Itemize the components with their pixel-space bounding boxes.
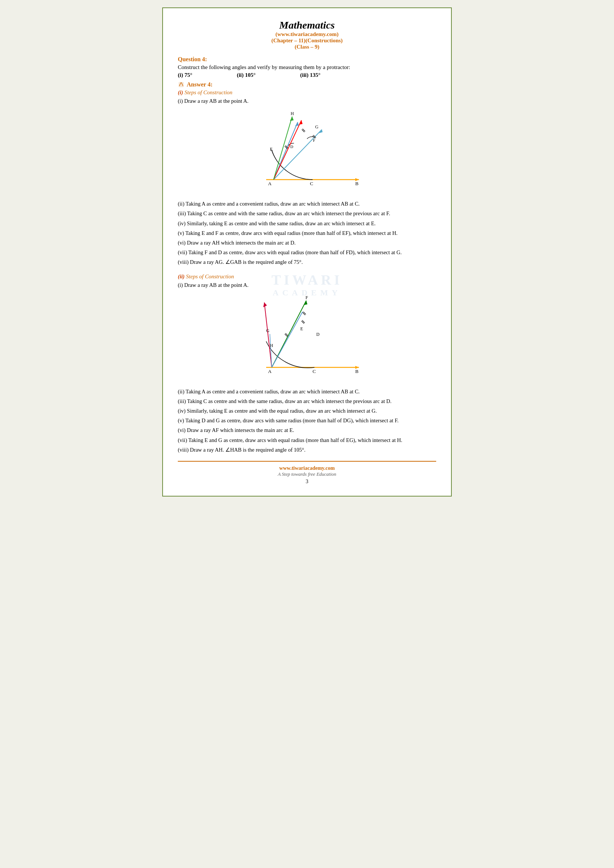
header-sub3: (Class – 9): [178, 44, 436, 50]
header-sub1: (www.tiwariacademy.com): [178, 31, 436, 37]
question-section: Question 4: Construct the following angl…: [178, 56, 436, 78]
svg-text:E: E: [270, 147, 273, 152]
step-ii-5: (v) Taking D and G as centre, draw arcs …: [178, 416, 436, 425]
angle-ii: (ii) 105°: [237, 72, 256, 78]
step-i-1: (i) Draw a ray AB at the point A.: [178, 97, 436, 105]
step-ii-1: (i) Draw a ray AB at the point A.: [178, 281, 436, 290]
svg-line-19: [302, 130, 304, 132]
diagram-2: A C B F G: [178, 293, 436, 382]
part-i-label: (i) Steps of Construction: [178, 90, 436, 96]
question-text: Construct the following angles and verif…: [178, 64, 436, 71]
svg-line-20: [302, 129, 305, 131]
svg-text:A: A: [268, 181, 272, 186]
svg-text:G: G: [266, 328, 270, 333]
step-ii-2: (ii) Taking A as centre and a convenient…: [178, 388, 436, 396]
svg-line-8: [274, 122, 298, 180]
diagram-1-svg: A C B F D: [244, 109, 370, 194]
svg-text:D: D: [290, 144, 293, 149]
svg-text:H: H: [270, 343, 273, 348]
svg-text:G: G: [315, 124, 318, 130]
step-ii-3: (iii) Taking C as centre and with the sa…: [178, 397, 436, 406]
svg-text:D: D: [316, 332, 319, 337]
step-ii-4: (iv) Similarly, taking E as centre and w…: [178, 407, 436, 415]
svg-text:A: A: [268, 369, 272, 374]
step-ii-6: (vi) Draw a ray AF which intersects the …: [178, 426, 436, 434]
svg-marker-9: [295, 122, 299, 126]
svg-line-12: [274, 120, 301, 180]
part-ii-label: (ii) Steps of Construction: [178, 273, 436, 280]
svg-line-45: [301, 321, 304, 324]
svg-line-33: [264, 302, 272, 367]
answer-label: Answer 4:: [178, 81, 436, 88]
svg-marker-11: [319, 130, 323, 133]
answer-section: Answer 4: (i) Steps of Construction (i) …: [178, 81, 436, 454]
svg-text:B: B: [355, 181, 358, 186]
svg-marker-13: [299, 120, 302, 125]
part-i-section: (i) Steps of Construction (i) Draw a ray…: [178, 90, 436, 267]
step-i-7: (vii) Taking F and D as centre, draw arc…: [178, 248, 436, 257]
step-i-2: (ii) Taking A as centre and a convenient…: [178, 200, 436, 208]
page-title: Mathematics: [178, 19, 436, 31]
diagram-2-svg: A C B F G: [244, 293, 370, 382]
pencil-icon: [178, 81, 185, 88]
svg-line-44: [303, 312, 306, 314]
diagram-1: A C B F D: [178, 109, 436, 194]
header: Mathematics (www.tiwariacademy.com) (Cha…: [178, 19, 436, 50]
svg-line-41: [285, 334, 287, 336]
part-ii-section: (ii) Steps of Construction (i) Draw a ra…: [178, 273, 436, 454]
angle-row: (i) 75° (ii) 105° (iii) 135°: [178, 72, 436, 78]
step-ii-7: (vii) Taking E and G as centre, draw arc…: [178, 436, 436, 445]
footer-url: www.tiwariacademy.com: [178, 465, 436, 471]
svg-text:B: B: [355, 369, 358, 374]
step-i-4: (iv) Similarly, taking E as centre and w…: [178, 219, 436, 228]
step-ii-8: (viii) Draw a ray AH. ∠HAB is the requir…: [178, 446, 436, 454]
footer-tagline: A Step towards free Education: [178, 471, 436, 477]
svg-text:C: C: [310, 181, 313, 186]
step-i-6: (vi) Draw a ray AH which intersects the …: [178, 239, 436, 247]
svg-text:E: E: [300, 326, 303, 332]
step-i-8: (viii) Draw a ray AG. ∠GAB is the requir…: [178, 258, 436, 267]
angle-iii: (iii) 135°: [300, 72, 321, 78]
footer: www.tiwariacademy.com A Step towards fre…: [178, 461, 436, 485]
svg-text:F: F: [305, 295, 308, 300]
question-label: Question 4:: [178, 56, 436, 63]
angle-i: (i) 75°: [178, 72, 192, 78]
svg-text:C: C: [313, 369, 316, 374]
step-i-5: (v) Taking E and F as centre, draw arcs …: [178, 229, 436, 237]
svg-text:H: H: [291, 111, 294, 116]
page: Mathematics (www.tiwariacademy.com) (Cha…: [162, 8, 452, 496]
page-number: 3: [178, 479, 436, 485]
svg-line-35: [272, 312, 302, 367]
svg-line-42: [285, 333, 288, 336]
header-sub2: (Chapter – 11)(Constructions): [178, 37, 436, 44]
step-i-3: (iii) Taking C as centre and with the sa…: [178, 209, 436, 218]
svg-line-46: [302, 320, 305, 323]
svg-line-43: [302, 313, 305, 315]
